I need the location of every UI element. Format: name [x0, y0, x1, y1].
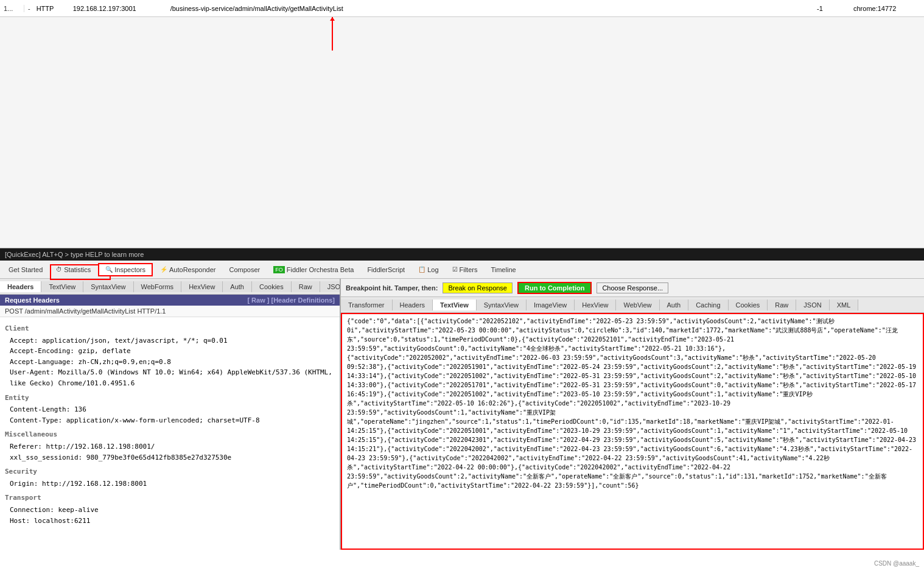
choose-response-button[interactable]: Choose Response... [597, 282, 668, 293]
right-tab-syntaxview[interactable]: SyntaxView [477, 300, 527, 310]
session-list-area [0, 17, 924, 248]
timeline-label: Timeline [491, 266, 516, 273]
tab-filters[interactable]: ☑ Filters [446, 264, 484, 275]
left-tab-headers[interactable]: Headers [0, 281, 41, 292]
left-tab-auth[interactable]: Auth [223, 281, 252, 292]
autoresponder-icon: ⚡ [160, 266, 167, 273]
left-sub-tabs: Headers TextView SyntaxView WebForms Hex… [0, 279, 340, 295]
left-tab-json[interactable]: JSON [320, 281, 341, 292]
request-method: HTTP [34, 5, 71, 12]
log-label: Log [427, 266, 438, 273]
right-tab-hexview[interactable]: HexView [575, 300, 616, 310]
right-tab-json[interactable]: JSON [796, 300, 829, 310]
request-num: 1... [0, 5, 24, 12]
tab-fiddlerscript[interactable]: FiddlerScript [361, 264, 411, 275]
client-section: Client [5, 323, 335, 334]
statistics-label: Statistics [64, 266, 91, 273]
request-process: chrome:14772 [851, 5, 924, 12]
request-headers-label: Request Headers [5, 296, 60, 304]
header-content-length: Content-Length: 136 [10, 404, 335, 415]
request-headers-title-bar: Request Headers [ Raw ] [Header Definiti… [0, 295, 340, 306]
run-to-completion-button[interactable]: Run to Completion [517, 282, 592, 294]
inspectors-icon: 🔍 [105, 266, 113, 273]
header-host: Host: localhost:6211 [10, 516, 335, 527]
right-tab-cookies[interactable]: Cookies [729, 300, 768, 310]
header-actions[interactable]: [ Raw ] [Header Definitions] [247, 296, 335, 304]
request-dash: - [24, 5, 34, 12]
left-tab-raw[interactable]: Raw [292, 281, 320, 292]
left-tab-cookies[interactable]: Cookies [252, 281, 292, 292]
quickexec-text: [QuickExec] ALT+Q > type HELP to learn m… [5, 251, 144, 258]
header-accept: Accept: application/json, text/javascrip… [10, 335, 335, 346]
header-accept-encoding: Accept-Encoding: gzip, deflate [10, 346, 335, 357]
annotation-arrow [332, 17, 333, 51]
request-path-line: POST /admin/mallActivity/getMallActivity… [0, 306, 340, 317]
left-tab-textview[interactable]: TextView [41, 281, 83, 292]
composer-label: Composer [229, 266, 260, 273]
tab-log[interactable]: 📋 Log [412, 264, 444, 275]
response-code: -1 [814, 5, 851, 12]
transport-section: Transport [5, 493, 335, 503]
entity-section: Entity [5, 393, 335, 404]
headers-content: Client Accept: application/json, text/ja… [0, 317, 340, 550]
right-tab-headers[interactable]: Headers [393, 300, 433, 310]
header-sessionid: xxl_sso_sessionid: 980_779be3f0e65d412fb… [10, 452, 335, 463]
fo-badge: FO [273, 266, 285, 273]
autoresponder-label: AutoResponder [169, 266, 215, 273]
header-connection: Connection: keep-alive [10, 505, 335, 516]
right-tab-textview[interactable]: TextView [433, 300, 477, 310]
tab-fiddler-orchestra[interactable]: FO Fiddler Orchestra Beta [267, 264, 360, 275]
bottom-bar: CSDN @aaaak_ [869, 559, 924, 568]
request-host: 192.168.12.197:3001 [71, 5, 168, 12]
inspectors-label: Inspectors [114, 266, 145, 273]
tab-autoresponder[interactable]: ⚡ AutoResponder [154, 264, 222, 275]
left-tab-hexview[interactable]: HexView [181, 281, 223, 292]
header-origin: Origin: http://192.168.12.198:8001 [10, 479, 335, 489]
get-started-label: Get Started [9, 266, 43, 273]
log-icon: 📋 [418, 266, 425, 273]
breakpoint-bar: Breakpoint hit. Tamper, then: Break on R… [341, 279, 924, 297]
tab-statistics[interactable]: ⏱ Statistics [50, 264, 97, 275]
tab-timeline[interactable]: Timeline [485, 264, 522, 275]
right-tab-webview[interactable]: WebView [616, 300, 659, 310]
filters-label: Filters [460, 266, 478, 273]
left-tab-syntaxview[interactable]: SyntaxView [83, 281, 133, 292]
tab-get-started[interactable]: Get Started [2, 264, 49, 275]
left-pane: Headers TextView SyntaxView WebForms Hex… [0, 279, 341, 550]
filters-icon: ☑ [452, 266, 458, 273]
header-referer: Referer: http://192.168.12.198:8001/ [10, 441, 335, 452]
toolbar-tabs: Get Started ⏱ Statistics 🔍 Inspectors ⚡ … [0, 261, 924, 279]
right-tab-raw[interactable]: Raw [768, 300, 796, 310]
tab-composer[interactable]: Composer [223, 264, 266, 275]
right-tab-transformer[interactable]: Transformer [341, 300, 393, 310]
header-content-type: Content-Type: application/x-www-form-url… [10, 415, 335, 426]
statistics-icon: ⏱ [56, 266, 62, 273]
security-section: Security [5, 466, 335, 477]
tab-inspectors[interactable]: 🔍 Inspectors [98, 263, 153, 276]
right-sub-tabs: Transformer Headers TextView SyntaxView … [341, 297, 924, 313]
quickexec-bar[interactable]: [QuickExec] ALT+Q > type HELP to learn m… [0, 248, 924, 261]
header-user-agent: User-Agent: Mozilla/5.0 (Windows NT 10.0… [10, 367, 335, 388]
response-content: {"code":"0","data":[{"activityCode":"202… [341, 313, 924, 550]
right-pane: Breakpoint hit. Tamper, then: Break on R… [341, 279, 924, 550]
break-on-response-button[interactable]: Break on Response [443, 282, 513, 293]
right-tab-auth[interactable]: Auth [660, 300, 689, 310]
breakpoint-label: Breakpoint hit. Tamper, then: [346, 284, 438, 292]
fo-label: Fiddler Orchestra Beta [287, 266, 354, 273]
misc-section: Miscellaneous [5, 429, 335, 440]
right-tab-imageview[interactable]: ImageView [527, 300, 575, 310]
right-tab-xml[interactable]: XML [830, 300, 859, 310]
fiddlerscript-label: FiddlerScript [367, 266, 405, 273]
request-row: 1... - HTTP 192.168.12.197:3001 /busines… [0, 0, 924, 17]
main-pane: Headers TextView SyntaxView WebForms Hex… [0, 279, 924, 550]
request-path: /business-vip-service/admin/mallActivity… [168, 5, 814, 12]
header-accept-language: Accept-Language: zh-CN,zh;q=0.9,en;q=0.8 [10, 357, 335, 368]
left-tab-webforms[interactable]: WebForms [134, 281, 182, 292]
right-tab-caching[interactable]: Caching [688, 300, 728, 310]
